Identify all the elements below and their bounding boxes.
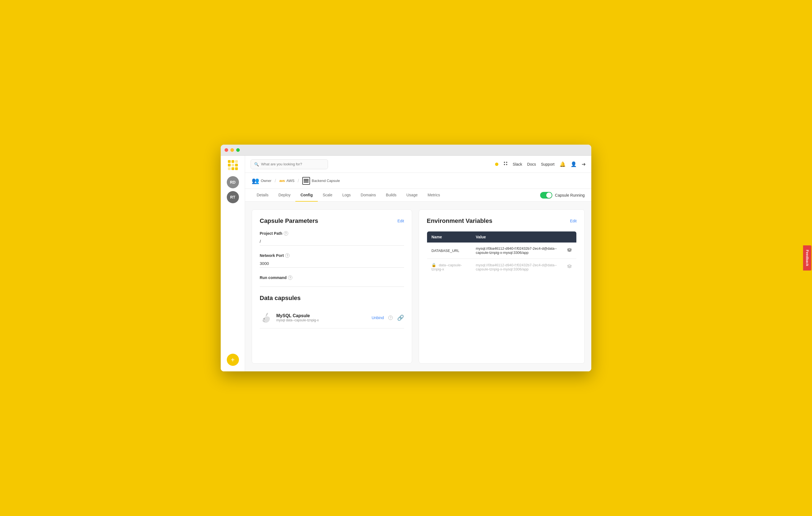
tab-deploy[interactable]: Deploy	[273, 189, 296, 202]
table-row: 🔒 data--capsule-tznpig-x mysql://0ba4611…	[427, 259, 577, 276]
logout-icon[interactable]: ➜	[582, 161, 586, 167]
maximize-button[interactable]	[236, 148, 240, 152]
help-icon[interactable]: ?	[285, 253, 290, 258]
tab-details[interactable]: Details	[252, 189, 273, 202]
data-capsules-title: Data capsules	[260, 294, 404, 302]
topbar-right: Slack Docs Support 🔔 👤 ➜	[495, 161, 586, 167]
edit-env-link[interactable]: Edit	[570, 219, 577, 223]
tab-usage[interactable]: Usage	[402, 189, 423, 202]
env-card-header: Environment Variables Edit	[427, 217, 577, 225]
layers-icon[interactable]	[567, 264, 572, 270]
slack-link[interactable]: Slack	[513, 162, 522, 167]
capsule-running-toggle[interactable]	[540, 192, 552, 199]
card-header: Capsule Parameters Edit	[260, 217, 404, 225]
aws-logo: aws	[279, 179, 285, 183]
breadcrumb-separator: /	[274, 178, 276, 183]
capsule-icon-row	[304, 182, 309, 182]
topbar: 🔍 Slack Docs Support	[245, 156, 591, 173]
mysql-logo	[260, 312, 272, 324]
owner-label: Owner	[261, 179, 271, 183]
slack-icon	[503, 161, 508, 167]
add-button[interactable]: +	[227, 354, 239, 366]
col-value: Value	[471, 231, 562, 243]
layers-icon[interactable]	[567, 248, 572, 254]
run-command-value	[260, 282, 404, 287]
breadcrumb-separator: /	[298, 178, 299, 183]
tab-scale[interactable]: Scale	[318, 189, 338, 202]
tab-logs[interactable]: Logs	[338, 189, 356, 202]
capsule-info: MySQL Capsule mysql data--capsule-tznpig…	[276, 313, 367, 322]
breadcrumb-owner: 👥 Owner	[252, 177, 271, 184]
env-card-title: Environment Variables	[427, 217, 492, 225]
help-icon[interactable]: ?	[288, 276, 292, 280]
capsule-label: Backend Capsule	[312, 179, 340, 183]
mysql-capsule-meta: mysql data--capsule-tznpig-x	[276, 318, 367, 322]
run-command-label: Run command ?	[260, 276, 404, 280]
network-port-label: Network Port ?	[260, 253, 404, 258]
unbind-link[interactable]: Unbind	[372, 316, 384, 320]
env-value: mysql://0ba46112-d940-f:f02432b7-2ec4-d@…	[471, 242, 562, 259]
lock-icon: 🔒	[431, 263, 436, 267]
search-box[interactable]: 🔍	[251, 159, 328, 169]
logo-dot	[228, 167, 231, 170]
mysql-capsule-item: MySQL Capsule mysql data--capsule-tznpig…	[260, 307, 404, 328]
logo-dot	[228, 160, 231, 163]
app-body: RD RT + 🔍	[221, 156, 591, 371]
app-window: RD RT + 🔍	[221, 145, 591, 371]
project-path-label: Project Path ?	[260, 231, 404, 236]
aws-label: AWS	[286, 179, 294, 183]
capsule-status-label: Capsule Running	[555, 193, 585, 197]
logo-dot	[231, 164, 234, 167]
capsule-parameters-card: Capsule Parameters Edit Project Path ? /…	[252, 209, 412, 364]
breadcrumb-capsule: Backend Capsule	[302, 177, 340, 185]
tab-domains[interactable]: Domains	[356, 189, 381, 202]
mysql-capsule-name: MySQL Capsule	[276, 313, 367, 318]
breadcrumb: 👥 Owner / aws AWS / Backend Capsule	[245, 173, 591, 189]
tab-metrics[interactable]: Metrics	[423, 189, 445, 202]
network-port-field: Network Port ? 3000	[260, 253, 404, 268]
docs-link[interactable]: Docs	[527, 162, 536, 167]
tab-builds[interactable]: Builds	[381, 189, 401, 202]
table-header-row: Name Value	[427, 231, 577, 243]
toggle-knob	[546, 193, 552, 198]
svg-rect-2	[504, 164, 505, 165]
logo-dot	[235, 160, 238, 163]
env-actions-locked[interactable]	[562, 259, 577, 276]
svg-point-4	[264, 318, 265, 319]
env-vars-card: Environment Variables Edit Name Value	[419, 209, 585, 364]
search-input[interactable]	[261, 162, 324, 166]
unbind-help-icon[interactable]: ?	[388, 316, 393, 320]
svg-rect-3	[506, 164, 507, 165]
env-actions[interactable]	[562, 242, 577, 259]
col-name: Name	[427, 231, 471, 243]
status-indicator	[495, 163, 498, 166]
env-value-locked: mysql://0ba46112-d940-f:f02432b7-2ec4-d@…	[471, 259, 562, 276]
close-button[interactable]	[225, 148, 228, 152]
support-link[interactable]: Support	[541, 162, 554, 167]
avatar-rt[interactable]: RT	[227, 191, 239, 203]
app-logo[interactable]	[227, 159, 239, 171]
edit-parameters-link[interactable]: Edit	[398, 219, 404, 223]
notification-icon[interactable]: 🔔	[559, 161, 566, 167]
logo-dot	[228, 164, 231, 167]
network-port-value: 3000	[260, 259, 404, 268]
feedback-label: Feedback	[805, 250, 809, 266]
tab-config[interactable]: Config	[295, 189, 318, 202]
owner-icon: 👥	[252, 177, 259, 184]
help-icon[interactable]: ?	[284, 231, 288, 236]
avatar-rd[interactable]: RD	[227, 176, 239, 188]
page-body: Capsule Parameters Edit Project Path ? /…	[245, 202, 591, 371]
minimize-button[interactable]	[230, 148, 234, 152]
svg-rect-0	[504, 162, 505, 163]
table-row: DATABASE_URL mysql://0ba46112-d940-f:f02…	[427, 242, 577, 259]
project-path-value: /	[260, 237, 404, 246]
logo-dot	[231, 167, 234, 170]
titlebar	[221, 145, 591, 156]
capsule-icon	[302, 177, 310, 185]
env-name: DATABASE_URL	[427, 242, 471, 259]
sidebar: RD RT +	[221, 156, 245, 371]
user-icon[interactable]: 👤	[571, 161, 577, 167]
col-actions	[562, 231, 577, 243]
capsule-icon-row	[304, 179, 309, 180]
feedback-tab[interactable]: Feedback	[803, 245, 811, 270]
